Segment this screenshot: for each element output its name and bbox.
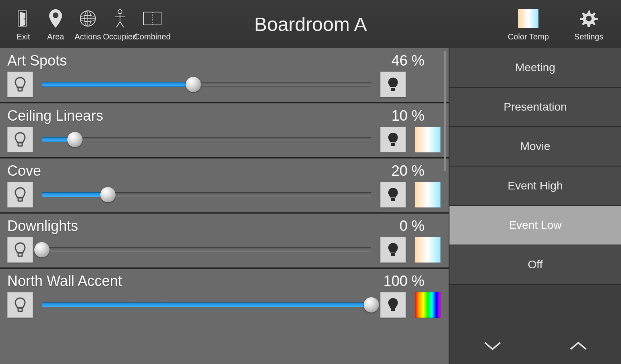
rgb-swatch[interactable] [415,292,441,318]
channel-percent: 10 % [391,107,441,124]
exit-icon [13,7,33,30]
preset-panel: MeetingPresentationMovieEvent HighEvent … [449,48,621,364]
actions-label: Actions [75,32,101,41]
bulb-on-button[interactable] [380,237,406,263]
preset-spacer [449,285,621,328]
topbar-left-group: Exit Area Actions Occupied [0,3,168,45]
color-temp-swatch[interactable] [415,237,441,263]
channel-row: Art Spots 46 % [0,48,449,103]
channel-percent: 100 % [383,273,441,290]
svg-point-2 [24,18,25,19]
svg-rect-27 [391,308,395,311]
svg-rect-19 [391,88,395,91]
area-button[interactable]: Area [39,3,72,45]
bulb-on-button[interactable] [380,72,406,97]
area-label: Area [47,32,64,41]
body: Art Spots 46 % Ceiling Linears 10 % [0,48,621,364]
color-temp-icon [518,7,538,30]
preset-button[interactable]: Event Low [449,206,621,245]
svg-rect-24 [18,253,22,256]
svg-rect-20 [18,143,22,146]
level-slider[interactable] [42,187,371,203]
color-temp-button[interactable]: Color Temp [504,3,553,45]
level-slider[interactable] [42,132,371,148]
channel-name: Cove [7,162,41,179]
preset-page-down[interactable] [449,328,535,364]
channel-name: Ceiling Linears [7,107,103,124]
channel-name: Art Spots [7,52,67,69]
channel-row: North Wall Accent 100 % [0,269,449,323]
svg-point-17 [586,16,592,21]
svg-line-12 [116,22,120,27]
topbar-right-group: Color Temp Settings [504,3,621,45]
settings-button[interactable]: Settings [565,3,613,45]
actions-button[interactable]: Actions [72,3,104,45]
occupied-button[interactable]: Occupied [104,3,136,45]
svg-line-13 [120,22,124,27]
bulb-off-button[interactable] [7,292,33,318]
bulb-off-button[interactable] [7,127,33,152]
channel-name: North Wall Accent [7,273,122,290]
color-temp-label: Color Temp [508,32,549,41]
exit-label: Exit [17,32,30,41]
channel-name: Downlights [7,218,78,234]
bulb-off-button[interactable] [7,237,33,263]
preset-button[interactable]: Off [449,245,621,285]
combined-label: Combined [134,32,170,41]
svg-point-9 [118,10,122,14]
bulb-off-button[interactable] [7,182,33,208]
occupied-label: Occupied [103,32,137,41]
svg-rect-25 [391,253,395,256]
svg-rect-26 [18,308,22,311]
level-slider[interactable] [42,297,371,313]
bulb-on-button[interactable] [380,292,406,318]
svg-rect-14 [143,12,161,25]
scrollbar[interactable] [444,51,446,171]
preset-page-up[interactable] [535,328,621,364]
bulb-on-button[interactable] [380,182,406,208]
settings-label: Settings [574,32,603,41]
svg-point-3 [53,12,58,18]
channel-percent: 20 % [391,162,441,179]
svg-rect-21 [391,143,395,146]
person-icon [110,7,130,30]
combined-icon [142,7,162,30]
level-slider[interactable] [42,76,371,93]
channel-row: Downlights 0 % [0,214,449,269]
svg-rect-23 [391,198,395,201]
color-temp-swatch[interactable] [415,182,441,208]
preset-button[interactable]: Movie [449,127,621,167]
pin-icon [46,7,66,30]
preset-button[interactable]: Meeting [449,48,621,88]
bulb-off-button[interactable] [7,72,33,97]
preset-button[interactable]: Presentation [449,88,621,127]
channel-row: Cove 20 % [0,158,449,214]
channel-list: Art Spots 46 % Ceiling Linears 10 % [0,48,449,364]
svg-rect-22 [18,198,22,201]
combined-button[interactable]: Combined [136,3,168,45]
exit-button[interactable]: Exit [7,3,39,45]
channel-row: Ceiling Linears 10 % [0,103,449,158]
preset-nav [449,328,621,364]
bulb-on-button[interactable] [380,127,406,152]
preset-button[interactable]: Event High [449,167,621,206]
topbar: Exit Area Actions Occupied [0,0,621,48]
globe-icon [78,7,98,30]
channel-percent: 0 % [400,218,441,234]
level-slider[interactable] [42,242,371,258]
svg-rect-18 [18,88,22,91]
color-temp-swatch[interactable] [415,127,441,152]
gear-icon [579,7,599,30]
channel-percent: 46 % [391,52,441,69]
